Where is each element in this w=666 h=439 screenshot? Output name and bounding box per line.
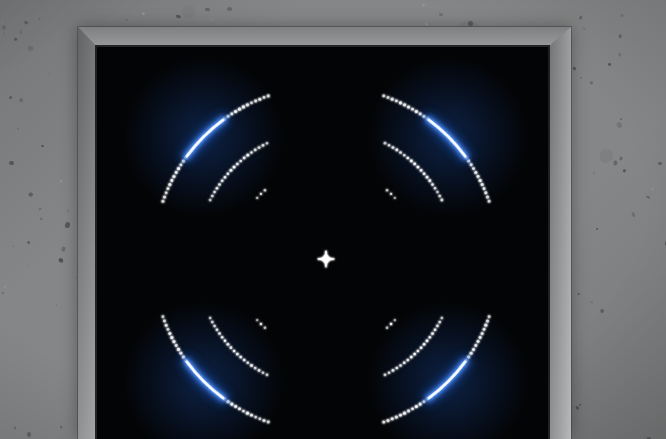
wall-speck xyxy=(142,11,146,15)
arc-dot-middle xyxy=(426,176,429,179)
arc-dot-middle xyxy=(392,369,395,372)
arc-dot-middle xyxy=(250,364,253,367)
wall-speck xyxy=(583,28,585,30)
arc-dot-outer xyxy=(168,332,171,335)
arc-dot-middle xyxy=(436,325,439,328)
arc-dot-middle xyxy=(266,373,269,376)
arc-dot-outer xyxy=(230,113,233,116)
arc-dot-middle xyxy=(395,149,398,152)
star-diamond xyxy=(319,252,333,266)
wall-speck xyxy=(597,146,615,164)
arc-dot-middle xyxy=(221,336,223,338)
arc-dot-inner xyxy=(264,189,266,191)
arc-dot-outer xyxy=(415,405,418,408)
wall-speck xyxy=(4,285,7,288)
arc-dot-outer xyxy=(167,187,170,190)
glow-haze-layer xyxy=(124,57,529,439)
wall-speck xyxy=(14,427,17,430)
wall-speck xyxy=(9,160,14,165)
arc-dot-outer xyxy=(163,195,166,198)
panel-screen[interactable] xyxy=(97,47,548,439)
arc-dot-middle xyxy=(420,169,423,172)
wall-speck xyxy=(4,32,5,34)
wall-speck xyxy=(60,425,63,428)
arc-dot-middle xyxy=(216,187,219,190)
wall-speck xyxy=(17,128,19,130)
arc-dot-outer xyxy=(483,328,486,331)
wall-speck xyxy=(618,52,622,57)
wall-speck xyxy=(32,193,33,194)
scene xyxy=(0,0,666,439)
arc-dot-middle xyxy=(258,369,261,372)
wall-speck xyxy=(579,404,581,406)
arc-dot-middle xyxy=(436,191,438,193)
arc-dot-outer xyxy=(477,340,480,343)
arc-dot-outer xyxy=(246,103,249,106)
arc-dot-outer xyxy=(161,200,164,203)
arc-dot-inner xyxy=(256,197,258,199)
wall-speck xyxy=(59,180,62,183)
arc-dot-middle xyxy=(211,321,214,324)
arc-dot-outer xyxy=(170,336,173,339)
arc-dot-inner xyxy=(386,327,388,329)
arc-dot-outer xyxy=(254,416,257,419)
arc-dot-middle xyxy=(224,176,227,179)
arc-dot-middle xyxy=(233,166,236,169)
arc-dot-outer xyxy=(403,103,406,106)
arc-dot-outer xyxy=(411,407,414,410)
arc-dot-middle xyxy=(254,367,257,370)
wall-speck xyxy=(439,12,443,15)
arc-dot-outer xyxy=(179,352,182,355)
arc-dot-middle xyxy=(227,343,230,346)
arc-dot-outer xyxy=(168,183,171,186)
wall-speck xyxy=(589,81,593,84)
arc-dot-middle xyxy=(406,359,409,362)
wall-speck xyxy=(631,211,636,217)
wall-speck xyxy=(572,66,576,70)
arc-dot-middle xyxy=(388,371,390,373)
arc-dot-middle xyxy=(392,146,395,149)
wall-speck xyxy=(67,399,68,400)
arc-dot-middle xyxy=(388,144,391,147)
wall-speck xyxy=(422,4,426,7)
arc-dot-middle xyxy=(410,356,413,359)
wall-speck xyxy=(578,293,580,295)
wall-speck xyxy=(618,34,621,39)
arc-dot-outer xyxy=(407,105,410,108)
arc-dot-inner xyxy=(260,323,262,325)
arc-dot-middle xyxy=(395,367,398,370)
arc-dot-outer xyxy=(391,98,394,101)
wall-speck xyxy=(13,245,14,247)
arc-dot-middle xyxy=(417,166,420,169)
arc-dot-outer xyxy=(470,352,473,355)
arc-dot-outer xyxy=(175,344,178,347)
arc-dot-outer xyxy=(479,336,482,339)
wall-speck xyxy=(595,227,598,230)
wall-speck xyxy=(40,218,43,221)
arc-dot-outer xyxy=(180,163,183,166)
arc-dot-middle xyxy=(429,336,432,339)
arc-dot-outer xyxy=(163,320,166,323)
wall-speck xyxy=(646,196,650,199)
arc-dot-middle xyxy=(413,353,416,356)
arc-dot-outer xyxy=(170,179,173,182)
wall-speck xyxy=(41,144,44,146)
arc-dot-middle xyxy=(239,356,242,359)
arc-dot-inner xyxy=(394,197,396,199)
arc-dot-middle xyxy=(236,353,239,356)
arc-dot-middle xyxy=(239,160,242,163)
wall-speck xyxy=(125,18,128,21)
arc-dot-middle xyxy=(407,157,410,160)
arc-dot-outer xyxy=(387,96,390,99)
arc-dot-outer xyxy=(230,403,233,406)
arc-dot-middle xyxy=(211,195,214,198)
arc-dot-outer xyxy=(411,108,414,111)
arc-dot-inner xyxy=(394,319,396,321)
wall-speck xyxy=(622,169,626,173)
arc-dot-middle xyxy=(254,149,257,152)
arc-dot-outer xyxy=(258,417,261,420)
arc-dot-middle xyxy=(209,199,212,202)
arc-dot-middle xyxy=(262,144,265,147)
arc-dot-outer xyxy=(399,101,402,104)
arc-dot-outer xyxy=(234,405,237,408)
